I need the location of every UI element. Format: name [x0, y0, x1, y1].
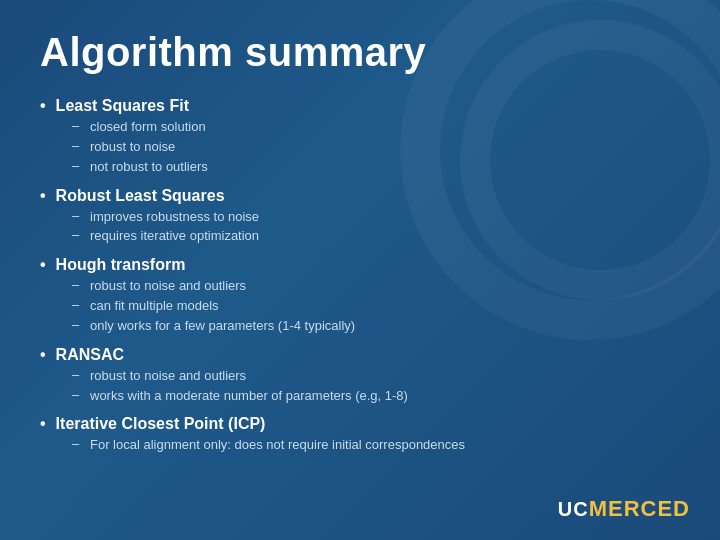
section-icp: •Iterative Closest Point (ICP)–For local…: [40, 415, 680, 455]
list-item-text: can fit multiple models: [90, 297, 219, 316]
list-item: –only works for a few parameters (1-4 ty…: [72, 317, 680, 336]
section-hough-transform: •Hough transform–robust to noise and out…: [40, 256, 680, 336]
list-item: –For local alignment only: does not requ…: [72, 436, 680, 455]
section-title-icp: Iterative Closest Point (ICP): [56, 415, 266, 433]
list-item-text: robust to noise: [90, 138, 175, 157]
bullet-ransac: •: [40, 346, 46, 364]
list-item-dash: –: [72, 367, 82, 382]
logo-uc: UC: [558, 498, 589, 521]
list-item-text: works with a moderate number of paramete…: [90, 387, 408, 406]
bullet-robust-least-squares: •: [40, 187, 46, 205]
list-item-text: closed form solution: [90, 118, 206, 137]
list-item-text: improves robustness to noise: [90, 208, 259, 227]
list-item-text: requires iterative optimization: [90, 227, 259, 246]
main-content: Algorithm summary •Least Squares Fit–clo…: [0, 0, 720, 485]
section-ransac: •RANSAC–robust to noise and outliers–wor…: [40, 346, 680, 406]
list-item-dash: –: [72, 277, 82, 292]
list-item: –not robust to outliers: [72, 158, 680, 177]
list-item: –works with a moderate number of paramet…: [72, 387, 680, 406]
list-item-text: robust to noise and outliers: [90, 367, 246, 386]
section-title-hough-transform: Hough transform: [56, 256, 186, 274]
list-item: –closed form solution: [72, 118, 680, 137]
bullet-least-squares: •: [40, 97, 46, 115]
section-least-squares: •Least Squares Fit–closed form solution–…: [40, 97, 680, 177]
list-item: –can fit multiple models: [72, 297, 680, 316]
logo-area: UC MERCED: [558, 496, 690, 522]
list-item-text: For local alignment only: does not requi…: [90, 436, 465, 455]
bullet-hough-transform: •: [40, 256, 46, 274]
list-item-dash: –: [72, 436, 82, 451]
list-item: –robust to noise and outliers: [72, 367, 680, 386]
list-item: –improves robustness to noise: [72, 208, 680, 227]
list-item-dash: –: [72, 227, 82, 242]
list-item-dash: –: [72, 208, 82, 223]
list-item-dash: –: [72, 297, 82, 312]
list-item: –robust to noise and outliers: [72, 277, 680, 296]
list-item: –robust to noise: [72, 138, 680, 157]
list-item-dash: –: [72, 118, 82, 133]
page-title: Algorithm summary: [40, 30, 680, 75]
list-item-text: robust to noise and outliers: [90, 277, 246, 296]
list-item-text: only works for a few parameters (1-4 typ…: [90, 317, 355, 336]
list-item-dash: –: [72, 317, 82, 332]
logo-merced: MERCED: [589, 496, 690, 522]
bullet-icp: •: [40, 415, 46, 433]
list-item-text: not robust to outliers: [90, 158, 208, 177]
list-item-dash: –: [72, 138, 82, 153]
section-title-robust-least-squares: Robust Least Squares: [56, 187, 225, 205]
section-title-ransac: RANSAC: [56, 346, 124, 364]
list-item-dash: –: [72, 158, 82, 173]
sections-container: •Least Squares Fit–closed form solution–…: [40, 97, 680, 455]
list-item: –requires iterative optimization: [72, 227, 680, 246]
list-item-dash: –: [72, 387, 82, 402]
section-robust-least-squares: •Robust Least Squares–improves robustnes…: [40, 187, 680, 247]
section-title-least-squares: Least Squares Fit: [56, 97, 189, 115]
